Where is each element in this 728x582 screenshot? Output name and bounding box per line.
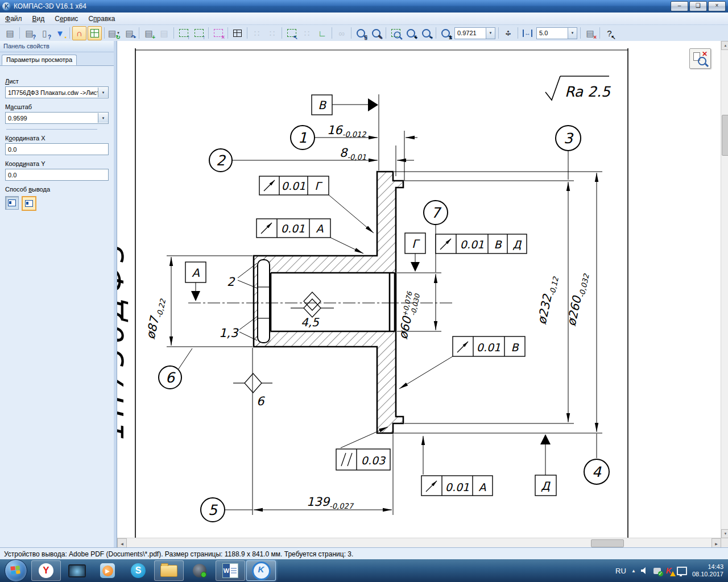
step-value-combo[interactable]: 5.0▼	[536, 27, 577, 39]
context-help-button[interactable]: ?↖	[602, 26, 617, 40]
print-button[interactable]: ▤	[3, 26, 17, 40]
taskbar-skype[interactable]: S	[123, 560, 153, 581]
tray-time: 14:43	[692, 563, 723, 571]
zoom-out-button[interactable]: −	[419, 26, 433, 40]
network-icon[interactable]	[677, 567, 687, 575]
status-bar: Устройство вывода: Adobe PDF (Documents\…	[0, 547, 728, 560]
close-preview-button[interactable]: ✕	[689, 48, 711, 69]
zoom-document-button[interactable]: ▯	[354, 26, 368, 40]
snap-magnet-button[interactable]: ∩	[72, 26, 86, 40]
vertical-scrollbar[interactable]: ▲ ▼	[721, 41, 728, 538]
horizontal-scroll-thumb[interactable]	[591, 539, 624, 547]
usb-device-icon[interactable]	[653, 568, 661, 574]
zoom-value-combo[interactable]: 0.9721▼	[454, 27, 495, 39]
close-button[interactable]: ×	[708, 1, 726, 11]
svg-text:В: В	[494, 238, 502, 251]
fit-icon	[25, 200, 33, 207]
cut-view-button[interactable]: ×	[211, 26, 225, 40]
svg-text:2: 2	[216, 152, 226, 169]
svg-text:ø60+0,076-0,030: ø60+0,076-0,030	[396, 290, 421, 341]
svg-text:А: А	[316, 222, 324, 235]
roughness-symbol: Ra 2.5	[545, 76, 611, 100]
coordinate-x-label: Координата X	[5, 135, 109, 142]
flip-page-button[interactable]: ▤↷	[122, 26, 136, 40]
combo-dropdown-arrow[interactable]: ▼	[568, 28, 577, 39]
print-preview-button[interactable]: ▤?	[22, 26, 36, 40]
hidden-icons-button[interactable]: ▲	[631, 568, 636, 573]
audio-device-icon	[193, 564, 206, 577]
menu-bar: Файл Вид Сервис Справка	[0, 13, 728, 25]
zoom-scale-button[interactable]: ±	[439, 26, 453, 40]
zoom-in-button[interactable]: +	[404, 26, 418, 40]
toolbar-separator	[228, 27, 228, 39]
group-separator	[6, 129, 97, 130]
coordinate-x-input[interactable]: 0.0	[5, 143, 109, 155]
vertical-scroll-thumb[interactable]	[722, 115, 728, 156]
refresh-image-button[interactable]: ▤×	[583, 26, 597, 40]
copy-with-properties-button[interactable]: ▤+	[142, 26, 156, 40]
svg-text:0.01: 0.01	[477, 341, 500, 354]
show-all-button[interactable]: ↖	[284, 26, 299, 40]
coordinate-y-input[interactable]: 0.0	[5, 169, 109, 181]
antivirus-warning-icon[interactable]: K	[666, 566, 672, 575]
svg-text:0.01: 0.01	[460, 238, 484, 251]
svg-text:ø232-0,12: ø232-0,12	[535, 275, 560, 326]
windows-flag-icon	[10, 566, 20, 575]
menu-help[interactable]: Справка	[83, 14, 120, 24]
toolbar-separator	[580, 27, 581, 39]
svg-text:В: В	[318, 98, 326, 112]
insert-view-button[interactable]: ↑	[176, 26, 191, 40]
scroll-down-button[interactable]: ▼	[721, 529, 728, 538]
taskbar-yandex-browser[interactable]: Y	[31, 560, 61, 581]
svg-text:Д: Д	[513, 238, 522, 251]
volume-icon[interactable]	[641, 567, 648, 574]
step-snap-button[interactable]: ↔	[520, 26, 535, 40]
tile-windows-button[interactable]	[230, 26, 245, 40]
start-button[interactable]	[5, 559, 27, 582]
svg-text:В: В	[511, 341, 519, 354]
mark-value-lower: 6	[257, 394, 265, 408]
sheet-dropdown-arrow[interactable]: ▼	[98, 88, 108, 97]
toolbar-separator	[173, 27, 174, 39]
object-help-button[interactable]: ▯?	[38, 26, 52, 40]
taskbar-explorer[interactable]	[154, 560, 184, 581]
tab-view-parameters[interactable]: Параметры просмотра	[2, 55, 77, 65]
language-indicator[interactable]: RU	[615, 567, 626, 575]
zoom-area-button[interactable]	[388, 26, 403, 40]
scale-label: Масштаб	[5, 103, 109, 110]
insert-fragment-button[interactable]: ↑	[192, 26, 206, 40]
svg-text:Д: Д	[541, 479, 551, 493]
maximize-button[interactable]: ❑	[689, 1, 707, 11]
clock[interactable]: 14:43 08.10.2017	[692, 563, 723, 578]
taskbar-media-center[interactable]	[62, 560, 92, 581]
minimize-button[interactable]: –	[671, 1, 688, 11]
svg-text:0.01: 0.01	[445, 481, 469, 493]
taskbar-kompas[interactable]: K	[246, 560, 276, 581]
output-mode-pages-button[interactable]	[5, 196, 19, 210]
corner-view-button[interactable]: ∟	[315, 26, 329, 40]
pan-button[interactable]: ↔↕	[501, 26, 515, 40]
local-grid-button[interactable]	[88, 26, 102, 40]
taskbar-media-player[interactable]: ▶	[93, 560, 122, 581]
svg-text:139-0,027: 139-0,027	[307, 495, 354, 510]
scroll-up-button[interactable]: ▲	[721, 41, 728, 50]
menu-file[interactable]: Файл	[0, 14, 27, 24]
output-mode-fit-button[interactable]	[22, 196, 36, 211]
media-player-icon: ▶	[100, 563, 115, 578]
taskbar-word[interactable]: W	[216, 560, 245, 581]
rotate-page-button[interactable]: ▤↻▼	[107, 26, 121, 40]
yandex-icon: Y	[39, 563, 53, 578]
filter-button[interactable]: ▼▪	[53, 26, 67, 40]
menu-service[interactable]: Сервис	[49, 14, 83, 24]
scale-combobox[interactable]: 0.9599 ▼	[5, 112, 109, 124]
sheet-combobox[interactable]: 1П756ДФ3 Плакаты.cdw ->Лист ▼	[5, 86, 109, 98]
combo-dropdown-arrow[interactable]: ▼	[486, 28, 495, 39]
zoom-edit-button[interactable]: ✎	[369, 26, 383, 40]
drawing-canvas[interactable]: 1П756ДФ3	[117, 41, 728, 547]
taskbar-audio-device[interactable]	[185, 560, 214, 581]
panel-tab-row: Параметры просмотра	[0, 52, 114, 66]
menu-view[interactable]: Вид	[27, 14, 50, 24]
scale-dropdown-arrow[interactable]: ▼	[98, 113, 108, 123]
horizontal-scrollbar[interactable]: ◀ ▶	[117, 538, 721, 547]
folder-icon	[160, 565, 177, 577]
